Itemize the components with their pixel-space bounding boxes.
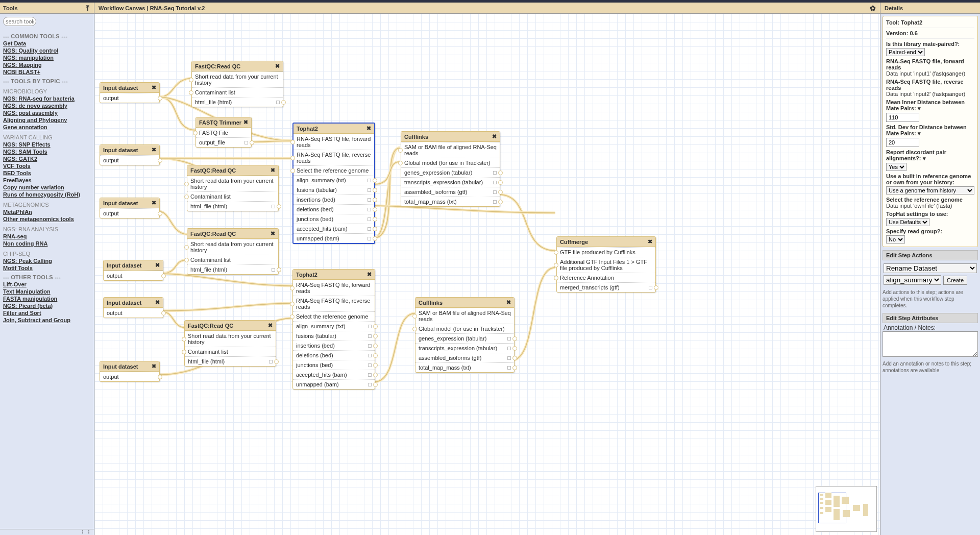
tool-link[interactable]: NGS: Peak Calling (3, 258, 91, 264)
terminal-out[interactable] (373, 363, 378, 368)
terminal-out[interactable] (277, 204, 281, 209)
terminal-in[interactable] (398, 161, 403, 165)
output-toggle[interactable] (368, 227, 371, 231)
terminal-out[interactable] (512, 336, 517, 341)
tool-link[interactable]: RNA-seq (3, 233, 91, 239)
tool-link[interactable]: NGS: manipulation (3, 55, 91, 61)
ref-select[interactable]: Use a genome from history (886, 186, 974, 194)
terminal-in[interactable] (554, 263, 558, 268)
tool-link[interactable]: FreeBayes (3, 177, 91, 183)
settings-select[interactable]: Use Defaults (886, 218, 929, 226)
output-toggle[interactable] (368, 334, 372, 338)
output-toggle[interactable] (493, 171, 497, 175)
node-title[interactable]: FastQC:Read QC (195, 63, 240, 69)
node-title[interactable]: Input dataset (103, 147, 138, 153)
terminal-in[interactable] (412, 314, 417, 319)
tool-link[interactable]: Get Data (3, 40, 91, 46)
node-input-dataset[interactable]: Input dataset✖ output (100, 144, 160, 165)
close-icon[interactable]: ✖ (648, 238, 652, 245)
output-toggle[interactable] (507, 347, 511, 350)
terminal-out[interactable] (158, 211, 162, 216)
terminal-in[interactable] (290, 286, 295, 290)
terminal-out[interactable] (373, 373, 378, 377)
tool-link[interactable]: VCF Tools (3, 163, 91, 169)
output-toggle[interactable] (368, 237, 371, 240)
tool-link[interactable]: NGS: SNP Effects (3, 141, 91, 148)
close-icon[interactable]: ✖ (243, 119, 248, 126)
terminal-out[interactable] (373, 382, 378, 387)
close-icon[interactable]: ✖ (268, 322, 273, 329)
terminal-in[interactable] (398, 148, 403, 153)
terminal-out[interactable] (274, 359, 279, 364)
terminal-out[interactable] (277, 268, 281, 272)
output-toggle[interactable] (368, 363, 372, 367)
node-input-dataset[interactable]: Input dataset✖ output (103, 297, 163, 318)
tool-link[interactable]: NCBI BLAST+ (3, 69, 91, 75)
output-toggle[interactable] (368, 198, 371, 202)
terminal-out[interactable] (373, 198, 377, 202)
output-toggle[interactable] (493, 181, 497, 184)
terminal-out[interactable] (281, 100, 286, 105)
close-icon[interactable]: ✖ (155, 299, 160, 306)
close-icon[interactable]: ✖ (367, 271, 372, 278)
tool-link[interactable]: BED Tools (3, 170, 91, 176)
terminal-in[interactable] (189, 90, 193, 95)
terminal-out[interactable] (512, 366, 517, 370)
node-tophat2-selected[interactable]: Tophat2✖ RNA-Seq FASTQ file, forward rea… (292, 123, 375, 244)
terminal-out[interactable] (161, 274, 166, 278)
close-icon[interactable]: ✖ (271, 230, 275, 237)
terminal-in[interactable] (554, 276, 558, 280)
terminal-out[interactable] (373, 334, 378, 338)
tool-link[interactable]: FASTA manipulation (3, 296, 91, 302)
workflow-canvas[interactable]: Input dataset✖ output Input dataset✖ out… (94, 14, 880, 535)
node-title[interactable]: Tophat2 (297, 126, 318, 132)
terminal-out[interactable] (373, 344, 378, 348)
node-fastqc[interactable]: FastQC:Read QC✖ Short read data from you… (187, 228, 279, 275)
node-cuffmerge[interactable]: Cuffmerge✖ GTF file produced by Cufflink… (556, 236, 656, 293)
node-cufflinks[interactable]: Cufflinks✖ SAM or BAM file of aligned RN… (415, 297, 514, 373)
output-toggle[interactable] (244, 141, 248, 144)
node-title[interactable]: Tophat2 (296, 272, 317, 278)
output-toggle[interactable] (507, 356, 511, 360)
node-title[interactable]: Input dataset (107, 300, 141, 306)
tool-link[interactable]: Other metagenomics tools (3, 216, 91, 222)
close-icon[interactable]: ✖ (506, 299, 511, 306)
tool-link[interactable]: Aligning and Phylogeny (3, 117, 91, 123)
terminal-in[interactable] (184, 245, 189, 250)
tool-link[interactable]: NGS: de novo assembly (3, 103, 91, 109)
output-toggle[interactable] (507, 366, 511, 370)
tool-link[interactable]: Copy number variation (3, 184, 91, 190)
output-toggle[interactable] (272, 205, 275, 208)
minimap[interactable] (816, 486, 877, 532)
output-toggle[interactable] (368, 179, 371, 182)
output-toggle[interactable] (368, 373, 372, 377)
terminal-out[interactable] (512, 346, 517, 351)
tool-link[interactable]: NGS: Mapping (3, 62, 91, 68)
terminal-out[interactable] (512, 356, 517, 360)
node-fastqc[interactable]: FastQC:Read QC✖ Short read data from you… (184, 320, 276, 367)
output-toggle[interactable] (368, 217, 371, 221)
terminal-in[interactable] (193, 131, 198, 135)
tool-link[interactable]: Runs of homozygosity (RoH) (3, 191, 91, 198)
terminal-in[interactable] (290, 156, 295, 160)
terminal-in[interactable] (184, 194, 189, 199)
disc-select[interactable]: Yes (886, 163, 906, 171)
terminal-in[interactable] (182, 350, 186, 354)
tool-link[interactable]: Motif Tools (3, 265, 91, 271)
create-button[interactable]: Create (943, 276, 967, 285)
close-icon[interactable]: ✖ (275, 63, 280, 69)
terminal-out[interactable] (250, 140, 254, 145)
node-title[interactable]: FastQC:Read QC (190, 231, 236, 237)
terminal-out[interactable] (373, 217, 377, 222)
output-toggle[interactable] (368, 344, 372, 348)
terminal-out[interactable] (373, 324, 378, 329)
terminal-in[interactable] (290, 168, 295, 173)
tool-link[interactable]: MetaPhlAn (3, 209, 91, 215)
node-input-dataset[interactable]: Input dataset✖ output (103, 260, 163, 281)
terminal-in[interactable] (412, 327, 417, 331)
node-input-dataset[interactable]: Input dataset✖ output (100, 82, 160, 103)
terminal-in[interactable] (554, 250, 558, 255)
terminal-in[interactable] (184, 182, 189, 186)
terminal-out[interactable] (158, 96, 162, 101)
tools-resize-handle[interactable]: ⋮⋮ (0, 529, 94, 535)
